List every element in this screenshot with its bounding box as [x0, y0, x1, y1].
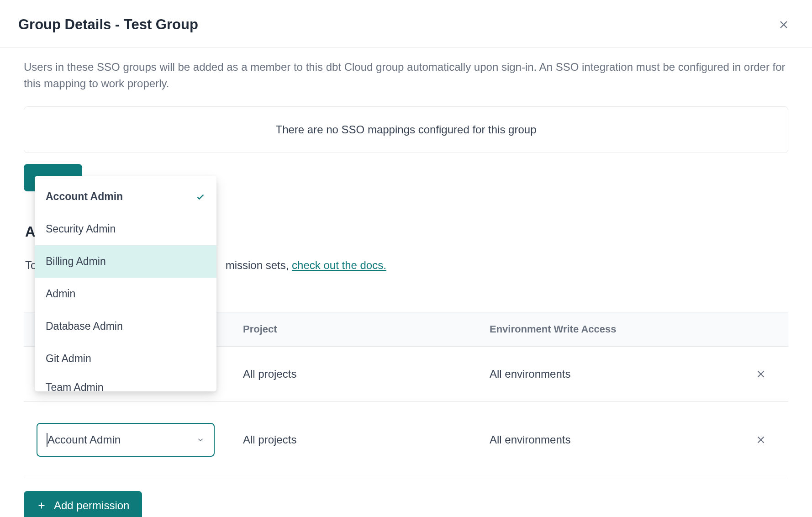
dropdown-option-label: Security Admin [46, 223, 116, 235]
modal-header: Group Details - Test Group [0, 0, 812, 48]
docs-link[interactable]: check out the docs. [292, 259, 386, 271]
close-icon [755, 368, 767, 380]
env-cell: All environments [490, 368, 733, 380]
dropdown-option-billing-admin[interactable]: Billing Admin [35, 245, 216, 278]
chevron-down-icon [196, 436, 205, 444]
section-heading-partial: A [25, 224, 35, 240]
permission-cell: Account Admin [24, 423, 243, 457]
dropdown-option-label: Git Admin [46, 353, 91, 365]
remove-row-button[interactable] [733, 434, 788, 446]
select-value: Account Admin [47, 433, 121, 447]
close-button[interactable] [774, 15, 794, 35]
dropdown-option-label: Team Admin [46, 381, 104, 392]
dropdown-option-account-admin[interactable]: Account Admin [35, 180, 216, 213]
dropdown-option-label: Admin [46, 288, 75, 300]
remove-row-button[interactable] [733, 368, 788, 380]
dropdown-option-label: Account Admin [46, 190, 123, 203]
project-cell: All projects [243, 368, 490, 380]
modal-title: Group Details - Test Group [18, 16, 198, 33]
dropdown-option-team-admin[interactable]: Team Admin [35, 375, 216, 391]
close-icon [755, 434, 767, 446]
dropdown-option-label: Billing Admin [46, 255, 106, 268]
group-details-modal: Group Details - Test Group Users in thes… [0, 0, 812, 517]
docs-mid: mission sets, [226, 259, 292, 271]
dropdown-option-database-admin[interactable]: Database Admin [35, 310, 216, 343]
dropdown-option-security-admin[interactable]: Security Admin [35, 213, 216, 245]
permission-dropdown[interactable]: Account Admin Security Admin Billing Adm… [35, 176, 216, 391]
add-permission-label: Add permission [54, 499, 129, 512]
sso-description: Users in these SSO groups will be added … [24, 59, 788, 92]
col-action-header [733, 323, 788, 335]
dropdown-option-admin[interactable]: Admin [35, 278, 216, 310]
table-row: Account Admin All projects All environme… [24, 402, 788, 478]
dropdown-option-label: Database Admin [46, 320, 123, 332]
dropdown-option-git-admin[interactable]: Git Admin [35, 343, 216, 375]
col-env-header: Environment Write Access [490, 323, 733, 335]
sso-empty-state: There are no SSO mappings configured for… [24, 106, 788, 153]
plus-icon [37, 501, 47, 511]
permission-select[interactable]: Account Admin [37, 423, 215, 457]
close-icon [777, 18, 790, 31]
col-project-header: Project [243, 323, 490, 335]
add-permission-button[interactable]: Add permission [24, 491, 142, 517]
project-cell: All projects [243, 433, 490, 446]
check-icon [195, 192, 206, 202]
env-cell: All environments [490, 433, 733, 446]
